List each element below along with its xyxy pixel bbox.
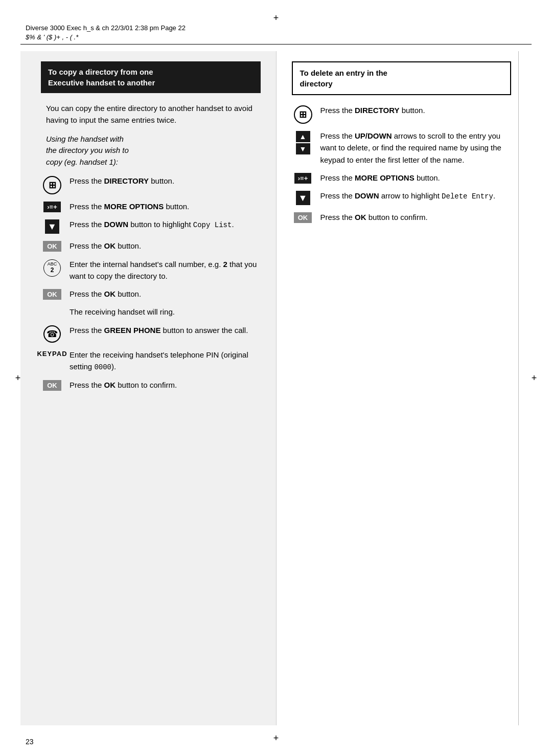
left-step-9: KEYPAD Enter the receiving handset's tel… xyxy=(41,349,261,373)
directory-icon-2: ⊞ xyxy=(292,104,314,124)
green-phone-icon: ☎ xyxy=(41,324,63,343)
ok-icon-3: OK xyxy=(41,379,63,391)
right-step-3: ›≡+ Press the MORE OPTIONS button. xyxy=(292,172,512,184)
left-step-3: ▼ Press the DOWN button to highlight Cop… xyxy=(41,218,261,234)
no-icon-1 xyxy=(41,306,63,307)
left-step-5: ABC 2 Enter the internal handset's call … xyxy=(41,258,261,282)
left-section-title: To copy a directory from one Executive h… xyxy=(41,61,261,93)
keypad-icon: ABC 2 xyxy=(41,258,63,277)
right-section-title: To delete an entry in the directory xyxy=(292,61,512,95)
page-content: To copy a directory from one Executive h… xyxy=(20,51,532,725)
left-step-6: OK Press the OK button. xyxy=(41,288,261,300)
header: Diverse 3000 Exec h_s & ch 22/3/01 2:38 … xyxy=(20,20,532,45)
down-arrow-icon-2: ▼ xyxy=(292,190,314,205)
left-step-1: ⊞ Press the DIRECTORY button. xyxy=(41,175,261,194)
right-step-5: OK Press the OK button to confirm. xyxy=(292,211,512,223)
left-step-4: OK Press the OK button. xyxy=(41,240,261,252)
right-step-4: ▼ Press the DOWN arrow to highlight Dele… xyxy=(292,190,512,205)
header-line2: $% & ' ($ )+ , - ( .* xyxy=(26,33,526,42)
italic-heading: Using the handset with the directory you… xyxy=(41,134,261,168)
left-step-10: OK Press the OK button to confirm. xyxy=(41,379,261,391)
ok-icon-1: OK xyxy=(41,240,63,252)
header-line1: Diverse 3000 Exec h_s & ch 22/3/01 2:38 … xyxy=(26,24,526,33)
left-intro: You can copy the entire directory to ano… xyxy=(41,102,261,126)
page-number: 23 xyxy=(26,738,34,746)
left-step-7: The receiving handset will ring. xyxy=(41,306,261,318)
left-step-2: ›≡+ Press the MORE OPTIONS button. xyxy=(41,201,261,212)
left-step-8: ☎ Press the GREEN PHONE button to answer… xyxy=(41,324,261,343)
up-down-icon: ▲ ▼ xyxy=(292,130,314,154)
right-column: To delete an entry in the directory ⊞ Pr… xyxy=(277,51,532,725)
ok-icon-4: OK xyxy=(292,211,314,223)
keypad-label-icon: KEYPAD xyxy=(41,349,63,358)
left-column: To copy a directory from one Executive h… xyxy=(20,51,277,725)
right-step-1: ⊞ Press the DIRECTORY button. xyxy=(292,104,512,124)
reg-mark-bottom xyxy=(271,733,281,743)
more-options-icon-2: ›≡+ xyxy=(292,172,314,184)
right-step-2: ▲ ▼ Press the UP/DOWN arrows to scroll t… xyxy=(292,130,512,166)
directory-icon-1: ⊞ xyxy=(41,175,63,194)
down-arrow-icon-1: ▼ xyxy=(41,218,63,234)
more-options-icon-1: ›≡+ xyxy=(41,201,63,212)
ok-icon-2: OK xyxy=(41,288,63,300)
